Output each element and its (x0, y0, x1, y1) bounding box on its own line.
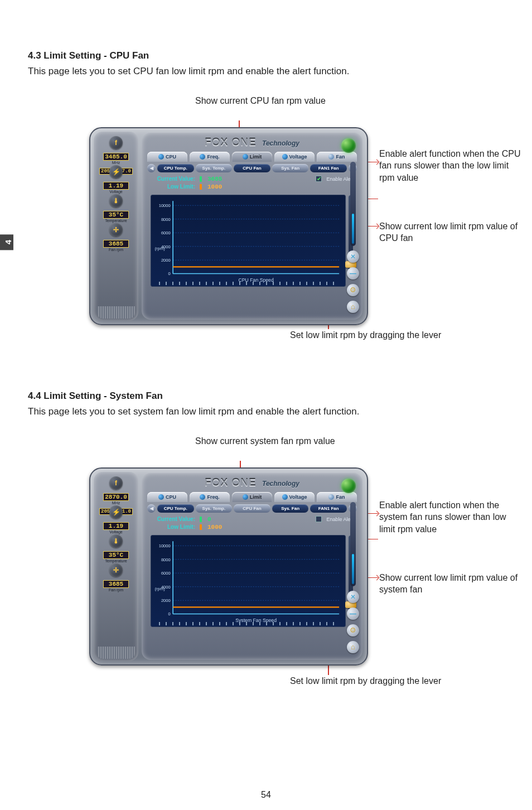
thermometer-icon: 🌡 (109, 534, 123, 548)
sensor-bar (350, 502, 356, 586)
heading-4-4: 4.4 Limit Setting - System Fan (28, 390, 504, 402)
tab-cpu[interactable]: CPU (147, 492, 187, 502)
right-controls (348, 502, 358, 653)
leader-tip (374, 159, 380, 165)
gauge-voltage: ⚡ 1.19 Voltage (98, 505, 134, 530)
freq-unit: MHz (98, 501, 134, 505)
tab-voltage[interactable]: Voltage (274, 492, 315, 502)
voltage-value: 1.19 (103, 522, 129, 530)
current-value-label: Current Value: (151, 516, 195, 522)
tab-voltage[interactable]: Voltage (274, 152, 315, 162)
gauge-temperature: 🌡 35°C Temperature (98, 534, 134, 559)
tab-cpu[interactable]: CPU (147, 152, 187, 162)
voltage-label: Voltage (98, 530, 134, 534)
tab-fan[interactable]: Fan (317, 152, 357, 162)
top-tabs: CPU Freq. Limit Voltage Fan (142, 152, 362, 162)
svg-text:2000: 2000 (161, 598, 171, 603)
tab-label: Voltage (289, 154, 307, 160)
foxone-app: f 2870.0 MHz 205 x 11.0 ⚡ 1.19 Voltage 🌡… (89, 467, 368, 666)
close-button[interactable] (347, 250, 359, 263)
freq-unit: MHz (98, 161, 134, 165)
subtab-sysfan[interactable]: Sys. Fan (272, 504, 309, 513)
gauge-voltage: ⚡ 1.19 Voltage (98, 165, 134, 190)
temp-value: 35°C (103, 551, 129, 559)
subtab-fan1[interactable]: FAN1 Fan (310, 504, 347, 513)
callout-current-value: Show current CPU fan rpm value (195, 95, 326, 107)
readout: Current Value: 0 Enable Alert Low Limit:… (142, 513, 362, 533)
page-number: 54 (0, 790, 532, 800)
cpu-icon (158, 494, 164, 500)
sidebar-grip (97, 306, 135, 319)
body-4-4: This page lets you to set system fan low… (28, 405, 504, 418)
enable-alert-checkbox[interactable] (316, 516, 322, 522)
callout-low-limit: Show current low limit rpm value of syst… (379, 572, 524, 596)
brand-sub: Technology (262, 480, 299, 488)
voltage-icon (282, 154, 288, 160)
svg-text:10000: 10000 (159, 203, 171, 208)
readout: Current Value: 3685 ✔ Enable Alert Low L… (142, 172, 362, 192)
tab-limit[interactable]: Limit (232, 492, 272, 502)
chart-svg: 10000 8000 6000 4000 2000 0 (rpm) System… (151, 536, 345, 626)
svg-text:0: 0 (168, 271, 171, 276)
close-button[interactable] (347, 591, 359, 603)
subtab-cpufan[interactable]: CPU Fan (234, 164, 270, 172)
temp-label: Temperature (98, 219, 134, 223)
subtab-systemp[interactable]: Sys. Temp. (196, 504, 233, 513)
gauge-frequency: f 2870.0 MHz 205 x 11.0 (98, 476, 134, 501)
brand-logo: FOX ONE (205, 136, 257, 148)
subtab-prev[interactable]: ◀ (147, 504, 156, 513)
tab-limit[interactable]: Limit (232, 152, 272, 162)
main-panel: FOX ONE Technology CPU Freq. Limit Volta… (142, 473, 362, 660)
status-orb-icon[interactable] (341, 479, 356, 493)
svg-text:8000: 8000 (161, 557, 171, 562)
tab-label: CPU (166, 494, 176, 500)
subtab-cputemp[interactable]: CPU Temp. (157, 164, 194, 172)
subtab-fan1[interactable]: FAN1 Fan (310, 164, 347, 172)
status-orb-icon[interactable] (341, 138, 356, 153)
settings-button[interactable] (347, 624, 359, 637)
frequency-icon: f (109, 476, 123, 490)
home-button[interactable] (347, 301, 359, 313)
limit-icon (243, 494, 248, 500)
subtab-cputemp[interactable]: CPU Temp. (157, 504, 194, 513)
freq-icon (200, 154, 205, 160)
foxone-app: f 3485.0 MHz 205 x 17.0 ⚡ 1.19 Voltage 🌡… (89, 127, 368, 325)
svg-text:(rpm): (rpm) (155, 246, 165, 251)
section-4-3: 4.3 Limit Setting - CPU Fan This page le… (28, 50, 504, 374)
heading-4-3: 4.3 Limit Setting - CPU Fan (28, 50, 504, 61)
tabfan-icon (328, 154, 334, 160)
tab-freq[interactable]: Freq. (190, 152, 230, 162)
callout-drag-lever: Set low limit rpm by dragging the lever (290, 675, 441, 687)
tab-label: CPU (166, 154, 176, 160)
subtab-systemp[interactable]: Sys. Temp. (196, 164, 233, 172)
subtab-cpufan[interactable]: CPU Fan (234, 504, 270, 513)
svg-text:6000: 6000 (161, 230, 171, 235)
tab-label: Limit (250, 494, 262, 500)
minimize-button[interactable] (347, 608, 359, 620)
gauge-frequency: f 3485.0 MHz 205 x 17.0 (98, 136, 134, 161)
settings-button[interactable] (347, 284, 359, 296)
main-panel: FOX ONE Technology CPU Freq. Limit Volta… (142, 133, 362, 320)
section-4-4: 4.4 Limit Setting - System Fan This page… (28, 390, 504, 714)
bar-icon (200, 176, 202, 182)
bolt-icon: ⚡ (109, 505, 123, 519)
subtab-sysfan[interactable]: Sys. Fan (272, 164, 309, 172)
temp-value: 35°C (103, 211, 129, 219)
temp-label: Temperature (98, 559, 134, 563)
tab-label: Fan (336, 494, 345, 500)
fan-value: 3685 (103, 240, 129, 248)
tab-fan[interactable]: Fan (317, 492, 357, 502)
svg-text:10000: 10000 (159, 543, 171, 548)
voltage-icon (282, 494, 288, 500)
home-button[interactable] (347, 641, 359, 653)
tabfan-icon (328, 494, 334, 500)
tab-label: Freq. (207, 494, 219, 500)
sidebar-grip (97, 647, 135, 659)
minimize-button[interactable] (347, 267, 359, 279)
svg-text:(rpm): (rpm) (155, 586, 165, 591)
sensor-bar (350, 162, 356, 246)
enable-alert-checkbox[interactable]: ✔ (316, 176, 322, 182)
subtab-prev[interactable]: ◀ (147, 164, 156, 172)
tab-freq[interactable]: Freq. (190, 492, 230, 502)
sidebar: f 2870.0 MHz 205 x 11.0 ⚡ 1.19 Voltage 🌡… (94, 472, 138, 661)
